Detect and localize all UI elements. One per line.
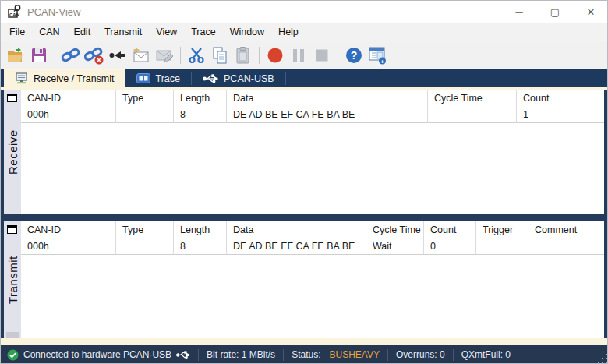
- edit-envelope-icon: [154, 45, 175, 65]
- save-floppy-icon: [30, 47, 48, 64]
- toolbar-separator: [338, 47, 338, 64]
- svg-text:?: ?: [351, 49, 358, 62]
- col-comment: Comment: [528, 221, 604, 239]
- stop-icon: [313, 47, 331, 64]
- tab-label: Receive / Transmit: [34, 73, 115, 84]
- cut-button[interactable]: [186, 44, 207, 66]
- help-icon: ?: [345, 46, 363, 65]
- transmit-panel-label: Transmit: [4, 221, 21, 338]
- col-data: Data: [227, 90, 428, 107]
- qxmtfull-counter: QXmtFull: 0: [461, 349, 511, 360]
- status-value: BUSHEAVY: [329, 349, 379, 360]
- menu-view[interactable]: View: [149, 23, 184, 41]
- new-message-button[interactable]: [130, 44, 152, 66]
- toolbar-separator: [259, 47, 260, 64]
- disconnect-chain-icon: [84, 45, 104, 65]
- cell-comment: [528, 239, 604, 255]
- cell-length: 8: [174, 239, 227, 255]
- transmit-message-row[interactable]: 000h 8 DE AD BE EF CA FE BA BE Wait 0: [21, 239, 604, 255]
- receive-panel: Receive CAN-ID Type Length Data Cycle Ti…: [4, 90, 604, 214]
- new-envelope-icon: [131, 45, 151, 65]
- receive-side-strip: Receive: [4, 90, 21, 214]
- help-button[interactable]: ?: [343, 44, 365, 66]
- cell-type: [116, 107, 174, 123]
- cell-count: 1: [517, 107, 604, 123]
- tab-label: Trace: [156, 73, 181, 84]
- col-can-id: CAN-ID: [21, 90, 116, 107]
- toolbar: ? i: [1, 41, 608, 69]
- disconnect-button[interactable]: [83, 44, 105, 66]
- toolbar-separator: [55, 47, 55, 64]
- col-length: Length: [174, 90, 227, 107]
- copy-button[interactable]: [209, 44, 231, 66]
- copy-pages-icon: [210, 46, 229, 65]
- menu-window[interactable]: Window: [223, 23, 271, 41]
- paste-clipboard-icon: [234, 46, 253, 65]
- col-length: Length: [174, 221, 227, 239]
- monitor-icon: [15, 72, 28, 84]
- receive-message-row[interactable]: 000h 8 DE AD BE EF CA FE BA BE 1: [21, 107, 604, 123]
- menu-file[interactable]: File: [2, 23, 32, 41]
- tab-pcan-usb[interactable]: PCAN-USB: [192, 69, 285, 87]
- col-can-id: CAN-ID: [21, 221, 116, 239]
- status-separator: [453, 349, 454, 361]
- info-panel-button[interactable]: i: [366, 44, 388, 66]
- scissors-icon: [187, 46, 206, 65]
- menu-trace[interactable]: Trace: [184, 23, 223, 41]
- cell-cycle-time: [428, 107, 517, 123]
- bus-status: Status: BUSHEAVY: [292, 349, 380, 360]
- menu-can[interactable]: CAN: [32, 23, 66, 41]
- window-title: PCAN-View: [27, 6, 80, 18]
- cell-data: DE AD BE EF CA FE BA BE: [227, 107, 428, 123]
- status-separator: [198, 349, 199, 361]
- tab-receive-transmit[interactable]: Receive / Transmit: [4, 69, 125, 87]
- pause-button[interactable]: [288, 44, 309, 66]
- receive-table: CAN-ID Type Length Data Cycle Time Count…: [21, 90, 604, 214]
- connection-status: Connected to hardware PCAN-USB: [7, 349, 190, 361]
- edit-message-button[interactable]: [154, 44, 175, 66]
- title-bar: CAN PCAN-View ─ ▢ ✕: [1, 1, 608, 23]
- svg-text:i: i: [382, 58, 384, 65]
- stop-button[interactable]: [311, 44, 333, 66]
- info-panel-icon: i: [367, 45, 387, 65]
- menu-bar: File CAN Edit Transmit View Trace Window…: [1, 23, 608, 41]
- maximize-button[interactable]: ▢: [537, 1, 573, 23]
- col-data: Data: [227, 221, 366, 239]
- cell-count: 0: [424, 239, 476, 255]
- status-bar: Connected to hardware PCAN-USB Bit rate:…: [1, 345, 608, 364]
- close-button[interactable]: ✕: [573, 1, 608, 23]
- save-button[interactable]: [28, 44, 50, 66]
- app-logo-icon: CAN: [7, 4, 23, 19]
- usb-status-icon: [176, 350, 190, 359]
- bit-rate: Bit rate: 1 MBit/s: [207, 349, 275, 360]
- trace-counter-icon: [136, 73, 150, 83]
- cell-can-id: 000h: [21, 107, 116, 123]
- open-file-button[interactable]: [5, 44, 27, 66]
- cell-length: 8: [174, 107, 227, 123]
- net-plug-button[interactable]: [107, 44, 129, 66]
- resize-grip[interactable]: [598, 354, 607, 363]
- menu-help[interactable]: Help: [271, 23, 306, 41]
- connect-button[interactable]: [60, 44, 82, 66]
- tab-trace[interactable]: Trace: [125, 69, 192, 87]
- toolbar-separator: [180, 47, 181, 64]
- status-separator: [283, 349, 284, 361]
- bottom-accent-strip: [1, 338, 608, 345]
- connection-text: Connected to hardware PCAN-USB: [23, 349, 171, 360]
- menu-edit[interactable]: Edit: [67, 23, 98, 41]
- tab-separator: [285, 72, 286, 85]
- menu-transmit[interactable]: Transmit: [97, 23, 149, 41]
- receive-header-row: CAN-ID Type Length Data Cycle Time Count: [21, 90, 604, 107]
- paste-button[interactable]: [232, 44, 254, 66]
- col-cycle-time: Cycle Time: [366, 221, 424, 239]
- connect-chain-icon: [61, 45, 81, 65]
- record-button[interactable]: [264, 44, 286, 66]
- minimize-button[interactable]: ─: [501, 1, 537, 23]
- col-count: Count: [424, 221, 476, 239]
- cell-trigger: [476, 239, 528, 255]
- status-label: Status:: [292, 349, 320, 360]
- col-cycle-time: Cycle Time: [428, 90, 517, 107]
- usb-icon: [203, 73, 218, 83]
- connected-check-icon: [7, 349, 19, 361]
- tab-label: PCAN-USB: [224, 73, 274, 84]
